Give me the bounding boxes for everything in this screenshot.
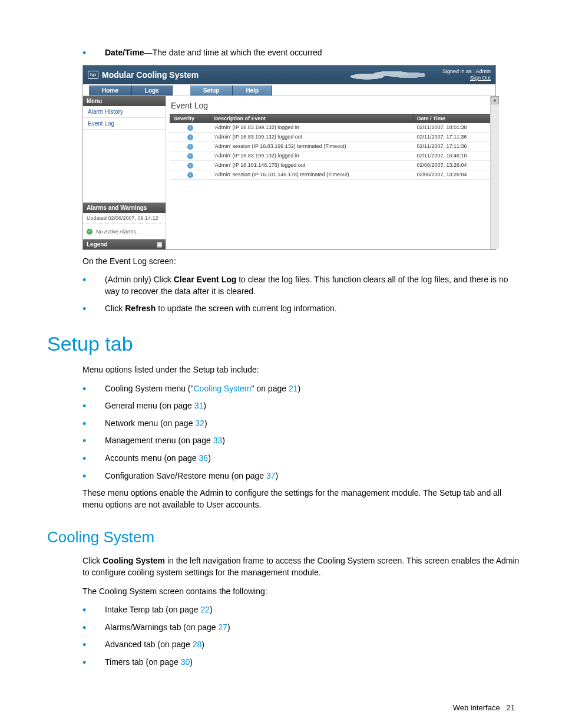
event-log-screenshot: hp Modular Cooling System Signed in as :… bbox=[82, 65, 496, 250]
intro-bullet-label: Date/Time bbox=[105, 48, 144, 57]
scroll-up-icon[interactable]: ▲ bbox=[491, 96, 499, 104]
alarms-warnings-header: Alarms and Warnings bbox=[83, 203, 166, 213]
page-ref-link[interactable]: 22 bbox=[200, 605, 210, 614]
list-item: Click Refresh to update the screen with … bbox=[82, 303, 521, 315]
info-icon: i bbox=[187, 125, 193, 131]
event-datetime: 02/11/2007, 16:46:10 bbox=[414, 151, 492, 160]
footer-label: Web interface bbox=[453, 703, 500, 712]
event-datetime: 02/06/2007, 13:26:04 bbox=[414, 160, 492, 170]
event-description: 'Admin' (IP 16.83.199.132) logged out bbox=[210, 132, 414, 141]
sidebar-menu-header: Menu bbox=[83, 96, 166, 106]
product-title: Modular Cooling System bbox=[102, 70, 199, 80]
ok-icon: ✓ bbox=[87, 229, 92, 235]
cooling-p1: Click Cooling System in the left navigat… bbox=[82, 555, 521, 578]
sign-out-link[interactable]: Sign Out bbox=[470, 75, 491, 81]
setup-intro: Menu options listed under the Setup tab … bbox=[82, 364, 521, 376]
info-icon: i bbox=[187, 163, 193, 169]
event-description: 'Admin' (IP 16.83.199.132) logged in bbox=[210, 123, 414, 132]
cooling-system-heading: Cooling System bbox=[47, 528, 521, 546]
cooling-p1-bold: Cooling System bbox=[103, 556, 165, 565]
list-item: Configuration Save/Restore menu (on page… bbox=[82, 470, 521, 482]
event-datetime: 02/06/2007, 13:26:04 bbox=[414, 170, 492, 179]
tab-setup[interactable]: Setup bbox=[190, 85, 233, 95]
sidebar: Menu Alarm History Event Log Alarms and … bbox=[83, 96, 166, 249]
page-footer: Web interface 21 bbox=[47, 703, 521, 712]
list-item: Network menu (on page 32) bbox=[82, 418, 521, 430]
after-screenshot-text: On the Event Log screen: bbox=[82, 256, 521, 268]
event-description: 'Admin' session (IP 16.101.146.178) term… bbox=[210, 170, 414, 179]
scrollbar[interactable]: ▲ bbox=[490, 96, 499, 249]
page-ref-link[interactable]: 30 bbox=[181, 657, 190, 667]
page-ref-link[interactable]: 27 bbox=[218, 622, 227, 632]
list-item: Alarms/Warnings tab (on page 27) bbox=[82, 622, 521, 634]
info-icon: i bbox=[187, 144, 193, 150]
alarms-updated-text: Updated 02/06/2007, 09:14:12 bbox=[83, 213, 166, 224]
legend-header[interactable]: Legend ▣ bbox=[83, 239, 166, 249]
cross-ref-link[interactable]: Cooling System bbox=[193, 384, 251, 393]
list-item: Cooling System menu ("Cooling System" on… bbox=[82, 383, 521, 395]
sidebar-item-event-log[interactable]: Event Log bbox=[83, 118, 166, 130]
page-ref-link[interactable]: 21 bbox=[289, 384, 298, 393]
tab-bar: Home Logs Setup Help bbox=[83, 84, 495, 96]
event-description: 'Admin' (IP 16.83.199.132) logged in bbox=[210, 151, 414, 160]
col-datetime: Date / Time bbox=[414, 114, 492, 123]
tab-home[interactable]: Home bbox=[89, 85, 132, 95]
main-title: Event Log bbox=[170, 98, 492, 114]
hp-logo-icon: hp bbox=[88, 71, 98, 79]
col-description: Description of Event bbox=[210, 114, 414, 123]
list-item: Advanced tab (on page 28) bbox=[82, 639, 521, 651]
cooling-p2: The Cooling System screen contains the f… bbox=[82, 586, 521, 598]
legend-label: Legend bbox=[87, 241, 108, 248]
page-ref-link[interactable]: 37 bbox=[266, 471, 276, 480]
info-icon: i bbox=[187, 172, 193, 178]
table-row: i'Admin' (IP 16.83.199.132) logged out02… bbox=[170, 132, 492, 141]
page-ref-link[interactable]: 28 bbox=[193, 640, 202, 649]
table-row: i'Admin' (IP 16.83.199.132) logged in02/… bbox=[170, 151, 492, 160]
header-graphic bbox=[342, 67, 425, 81]
info-icon: i bbox=[187, 153, 193, 159]
event-datetime: 02/11/2007, 17:11:36 bbox=[414, 141, 492, 151]
intro-bullet-text: —The date and time at which the event oc… bbox=[144, 48, 322, 57]
page-ref-link[interactable]: 36 bbox=[199, 453, 209, 463]
no-alarms-text: No Active Alarms... bbox=[96, 229, 141, 235]
table-row: i'Admin' (IP 16.101.146.178) logged out0… bbox=[170, 160, 492, 170]
expand-icon: ▣ bbox=[157, 241, 162, 248]
tab-help[interactable]: Help bbox=[233, 85, 272, 95]
list-item: Intake Temp tab (on page 22) bbox=[82, 604, 521, 616]
table-row: i'Admin' session (IP 16.101.146.178) ter… bbox=[170, 170, 492, 179]
page-ref-link[interactable]: 33 bbox=[213, 436, 223, 445]
event-datetime: 02/11/2007, 18:01:38 bbox=[414, 123, 492, 132]
table-row: i'Admin' session (IP 16.83.199.132) term… bbox=[170, 141, 492, 151]
footer-page: 21 bbox=[507, 703, 515, 712]
main-panel: Event Log Severity Description of Event … bbox=[166, 96, 495, 249]
app-header: hp Modular Cooling System Signed in as :… bbox=[83, 65, 495, 84]
event-description: 'Admin' session (IP 16.83.199.132) termi… bbox=[210, 141, 414, 151]
list-item: General menu (on page 31) bbox=[82, 400, 521, 412]
info-icon: i bbox=[187, 134, 193, 140]
intro-bullet: Date/Time—The date and time at which the… bbox=[82, 47, 521, 59]
page-ref-link[interactable]: 31 bbox=[194, 401, 204, 410]
event-log-table: Severity Description of Event Date / Tim… bbox=[170, 114, 492, 180]
list-item: Management menu (on page 33) bbox=[82, 435, 521, 447]
sidebar-item-alarm-history[interactable]: Alarm History bbox=[83, 106, 166, 118]
setup-closing: These menu options enable the Admin to c… bbox=[82, 487, 521, 510]
tab-logs[interactable]: Logs bbox=[132, 85, 173, 95]
no-alarms-row: ✓ No Active Alarms... bbox=[83, 224, 166, 239]
list-item: Timers tab (on page 30) bbox=[82, 657, 521, 668]
table-row: i'Admin' (IP 16.83.199.132) logged in02/… bbox=[170, 123, 492, 132]
event-description: 'Admin' (IP 16.101.146.178) logged out bbox=[210, 160, 414, 170]
col-severity: Severity bbox=[170, 114, 210, 123]
page-ref-link[interactable]: 32 bbox=[195, 419, 204, 428]
cooling-p1-pre: Click bbox=[82, 556, 103, 565]
list-item: (Admin only) Click Clear Event Log to cl… bbox=[82, 274, 521, 297]
event-datetime: 02/11/2007, 17:11:36 bbox=[414, 132, 492, 141]
list-item: Accounts menu (on page 36) bbox=[82, 453, 521, 465]
signed-in-text: Signed in as : Admin bbox=[442, 68, 491, 75]
setup-tab-heading: Setup tab bbox=[47, 332, 521, 355]
